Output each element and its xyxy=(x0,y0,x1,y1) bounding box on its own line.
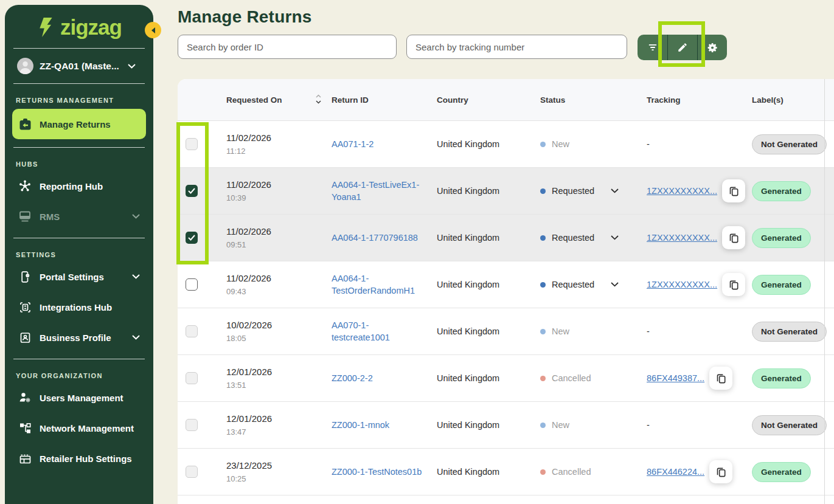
row-checkbox[interactable] xyxy=(186,185,198,197)
return-id-link[interactable]: AA064-1-TestOrderRandomH1 xyxy=(332,272,427,297)
search-order-input[interactable] xyxy=(178,35,397,59)
return-id-cell: ZZ000-1-TestNotes01b xyxy=(332,466,437,478)
table-row[interactable]: 12/01/202613:51ZZ000-2-2United KingdomCa… xyxy=(178,355,834,402)
copy-tracking-button[interactable] xyxy=(722,273,745,296)
country-cell: United Kingdom xyxy=(437,280,540,289)
copy-tracking-button[interactable] xyxy=(709,460,732,483)
column-header-return-id: Return ID xyxy=(332,95,437,105)
copy-tracking-button[interactable] xyxy=(722,226,745,249)
sidebar-item-rms[interactable]: RMS xyxy=(12,203,146,230)
requested-on-cell: 11/02/202609:51 xyxy=(226,226,332,249)
tracking-link[interactable]: 86FX449387... xyxy=(647,373,704,383)
toolbar xyxy=(638,35,727,60)
filter-button[interactable] xyxy=(638,35,667,60)
status-dot xyxy=(540,376,546,381)
status-expand-chevron-icon[interactable] xyxy=(611,235,619,240)
tracking-cell: 1ZXXXXXXXXX... xyxy=(647,179,752,202)
sidebar-item-reporting-hub[interactable]: Reporting Hub xyxy=(12,173,146,199)
edit-button[interactable] xyxy=(667,35,697,60)
return-id-link[interactable]: ZZ000-1-mnok xyxy=(332,419,389,431)
return-id-cell: AA071-1-2 xyxy=(332,138,437,150)
table-row[interactable]: 11/02/202609:43AA064-1-TestOrderRandomH1… xyxy=(178,261,834,308)
settings-button[interactable] xyxy=(697,35,727,60)
tracking-link[interactable]: 1ZXXXXXXXXX... xyxy=(647,233,717,243)
country-value: United Kingdom xyxy=(437,139,499,149)
chevron-down-icon xyxy=(128,64,136,69)
search-tracking-input[interactable] xyxy=(406,35,627,59)
row-checkbox[interactable] xyxy=(186,466,198,478)
select-cell xyxy=(178,325,226,337)
tracking-link[interactable]: 1ZXXXXXXXXX... xyxy=(647,280,717,289)
main-content: Manage Returns xyxy=(153,0,834,504)
status-dot xyxy=(540,188,546,194)
status-expand-chevron-icon[interactable] xyxy=(611,282,619,287)
chevron-left-icon xyxy=(150,27,156,34)
row-checkbox[interactable] xyxy=(186,138,198,150)
requested-on-cell: 12/01/202613:47 xyxy=(226,413,332,437)
copy-tracking-button[interactable] xyxy=(722,179,745,202)
row-checkbox[interactable] xyxy=(186,278,198,291)
status-dot xyxy=(540,469,546,475)
select-cell xyxy=(178,466,226,478)
sidebar-collapse-button[interactable] xyxy=(145,22,161,38)
tracking-link[interactable]: 1ZXXXXXXXXX... xyxy=(647,186,717,196)
account-switcher[interactable]: ZZ-QA01 (Maste... xyxy=(5,57,153,75)
sidebar-item-portal-settings[interactable]: Portal Settings xyxy=(12,263,146,290)
requested-on-cell: 12/01/202613:51 xyxy=(226,367,332,390)
requested-time: 13:47 xyxy=(226,427,246,437)
row-checkbox[interactable] xyxy=(186,325,198,337)
table-row[interactable]: 11/02/202610:39AA064-1-TestLiveEx1-Yoana… xyxy=(178,168,834,215)
return-id-link[interactable]: ZZ000-1-TestNotes01b xyxy=(332,466,422,478)
sidebar-item-network-management[interactable]: Network Management xyxy=(12,415,146,441)
sidebar-item-users-management[interactable]: Users Management xyxy=(12,384,146,411)
divider xyxy=(13,83,145,84)
table-row[interactable]: 11/02/202609:51AA064-1-1770796188United … xyxy=(178,215,834,261)
country-cell: United Kingdom xyxy=(437,139,540,149)
sidebar-item-retailer-hub-settings[interactable]: Retailer Hub Settings xyxy=(12,445,146,472)
select-cell xyxy=(178,419,226,431)
divider xyxy=(13,359,145,359)
row-checkbox[interactable] xyxy=(186,419,198,431)
label-status-pill: Generated xyxy=(752,228,811,248)
tracking-link[interactable]: 86FX446224... xyxy=(647,467,704,477)
requested-date: 11/02/2026 xyxy=(226,133,271,143)
label-status-pill: Generated xyxy=(752,181,811,201)
sidebar-item-business-profile[interactable]: Business Profile xyxy=(12,324,146,351)
return-id-link[interactable]: AA064-1-TestLiveEx1-Yoana1 xyxy=(332,179,427,204)
sidebar-item-manage-returns[interactable]: Manage Returns xyxy=(12,109,146,139)
return-id-link[interactable]: AA064-1-1770796188 xyxy=(332,232,418,244)
copy-icon xyxy=(728,232,740,244)
logo[interactable]: zigzag xyxy=(5,5,153,40)
table-row[interactable]: 12/01/202613:47ZZ000-1-mnokUnited Kingdo… xyxy=(178,402,834,449)
returns-table: Requested On Return ID Country Status Tr… xyxy=(178,79,834,504)
requested-time: 09:51 xyxy=(226,240,246,249)
status-cell: Requested xyxy=(540,186,647,196)
row-checkbox[interactable] xyxy=(186,372,198,384)
sidebar-item-integrations-hub[interactable]: Integrations Hub xyxy=(12,294,146,320)
requested-date: 12/01/2026 xyxy=(226,367,272,377)
requested-on-cell: 11/02/202610:39 xyxy=(226,179,332,202)
labels-cell: Not Generated xyxy=(752,322,834,342)
country-cell: United Kingdom xyxy=(437,420,540,430)
labels-cell: Generated xyxy=(752,228,834,248)
return-id-cell: ZZ000-1-mnok xyxy=(332,419,437,431)
tracking-cell: 86FX449387... xyxy=(647,367,752,390)
table-row[interactable]: 23/12/202510:25ZZ000-1-TestNotes01bUnite… xyxy=(178,449,834,495)
copy-tracking-button[interactable] xyxy=(709,367,732,390)
requested-time: 18:05 xyxy=(226,334,246,343)
pencil-icon xyxy=(677,42,688,53)
country-cell: United Kingdom xyxy=(437,467,540,477)
return-id-link[interactable]: ZZ000-2-2 xyxy=(332,372,373,384)
network-management-icon xyxy=(18,422,32,435)
status-badge: Requested xyxy=(552,186,594,196)
return-id-cell: AA064-1-TestOrderRandomH1 xyxy=(332,272,437,297)
table-row[interactable]: 11/02/202611:12AA071-1-2United KingdomNe… xyxy=(178,121,834,168)
row-checkbox[interactable] xyxy=(186,232,198,244)
requested-time: 09:43 xyxy=(226,287,246,296)
sort-icon[interactable] xyxy=(315,94,322,106)
return-id-link[interactable]: AA070-1-testcreate1001 xyxy=(332,319,427,344)
table-row[interactable]: 10/02/202618:05AA070-1-testcreate1001Uni… xyxy=(178,308,834,355)
divider xyxy=(13,238,145,238)
return-id-link[interactable]: AA071-1-2 xyxy=(332,138,374,150)
status-expand-chevron-icon[interactable] xyxy=(611,188,619,193)
